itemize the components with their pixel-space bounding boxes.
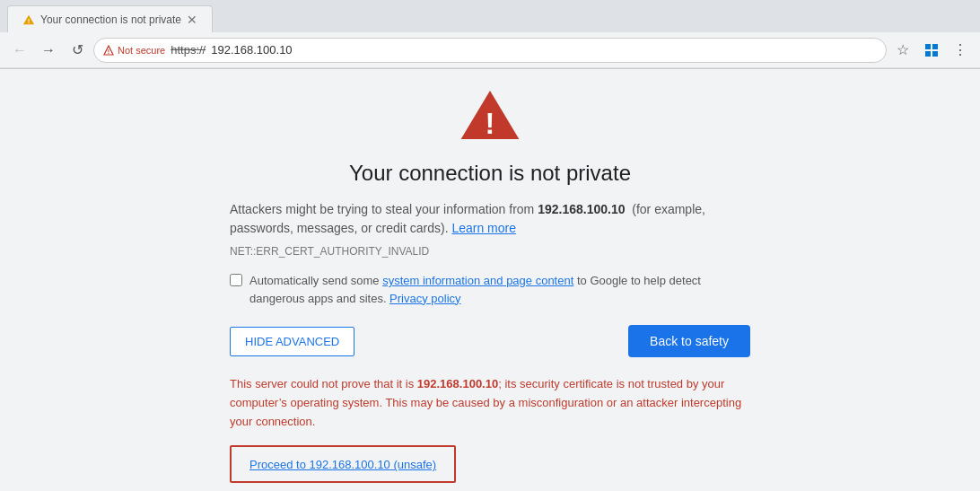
checkbox-row: Automatically send some system informati… xyxy=(230,272,750,307)
svg-rect-7 xyxy=(932,51,938,57)
svg-rect-5 xyxy=(932,44,938,49)
address-bar[interactable]: ! Not secure https://192.168.100.10 xyxy=(93,38,887,63)
advanced-text-paragraph: This server could not prove that it is 1… xyxy=(230,375,750,431)
warning-icon: ! xyxy=(103,45,114,56)
browser-tab[interactable]: ! Your connection is not private ✕ xyxy=(7,5,213,32)
reload-icon: ↺ xyxy=(72,41,83,58)
tab-title: Your connection is not private xyxy=(40,13,181,26)
toolbar: ← → ↺ ! Not secure https://192.168.100.1… xyxy=(0,32,980,68)
hide-advanced-button[interactable]: HIDE ADVANCED xyxy=(230,327,354,356)
advanced-text-part1: This server could not prove that it is xyxy=(230,377,417,390)
svg-rect-6 xyxy=(925,51,931,57)
browser-chrome: ! Your connection is not private ✕ ← → ↺… xyxy=(0,0,980,69)
warning-icon-container: ! xyxy=(458,87,522,146)
proceed-box[interactable]: Proceed to 192.168.100.10 (unsafe) xyxy=(230,445,456,483)
privacy-policy-link[interactable]: Privacy policy xyxy=(389,292,460,305)
system-info-link[interactable]: system information and page content xyxy=(382,274,573,287)
windows-button[interactable] xyxy=(919,38,944,63)
back-button[interactable]: ← xyxy=(7,38,32,63)
send-info-checkbox[interactable] xyxy=(230,274,242,286)
proceed-link[interactable]: Proceed to 192.168.100.10 (unsafe) xyxy=(249,458,436,471)
security-label: Not secure xyxy=(118,45,165,56)
tab-close-button[interactable]: ✕ xyxy=(187,13,197,27)
advanced-ip: 192.168.100.10 xyxy=(417,377,498,390)
buttons-row: HIDE ADVANCED Back to safety xyxy=(230,325,750,357)
forward-button[interactable]: → xyxy=(36,38,61,63)
warning-triangle-icon: ! xyxy=(458,87,522,143)
menu-icon: ⋮ xyxy=(953,41,967,58)
learn-more-link[interactable]: Learn more xyxy=(451,221,516,235)
bookmark-icon: ☆ xyxy=(897,41,909,58)
back-to-safety-button[interactable]: Back to safety xyxy=(628,325,750,357)
content-box: Attackers might be trying to steal your … xyxy=(230,200,750,483)
forward-icon: → xyxy=(41,42,56,58)
url-host: 192.168.100.10 xyxy=(211,43,292,57)
security-indicator: ! Not secure xyxy=(103,45,165,56)
bookmark-button[interactable]: ☆ xyxy=(890,38,915,63)
windows-icon xyxy=(924,43,939,57)
tab-favicon-icon: ! xyxy=(22,13,35,26)
url-protocol: https:// xyxy=(171,43,206,57)
error-code: NET::ERR_CERT_AUTHORITY_INVALID xyxy=(230,245,750,258)
reload-button[interactable]: ↺ xyxy=(65,38,90,63)
toolbar-right: ☆ ⋮ xyxy=(890,38,973,63)
svg-rect-4 xyxy=(925,44,931,49)
tab-bar: ! Your connection is not private ✕ xyxy=(0,0,980,32)
checkbox-text-part1: Automatically send some xyxy=(249,274,382,287)
back-icon: ← xyxy=(13,42,27,58)
checkbox-label: Automatically send some system informati… xyxy=(249,272,750,307)
description-text-part1: Attackers might be trying to steal your … xyxy=(230,202,538,216)
main-heading: Your connection is not private xyxy=(349,161,631,186)
page-content: ! Your connection is not private Attacke… xyxy=(0,69,980,491)
svg-text:!: ! xyxy=(28,17,31,25)
svg-text:!: ! xyxy=(486,108,495,140)
description-ip: 192.168.100.10 xyxy=(538,202,625,216)
svg-text:!: ! xyxy=(108,48,109,55)
description-paragraph: Attackers might be trying to steal your … xyxy=(230,200,750,238)
menu-button[interactable]: ⋮ xyxy=(948,38,973,63)
